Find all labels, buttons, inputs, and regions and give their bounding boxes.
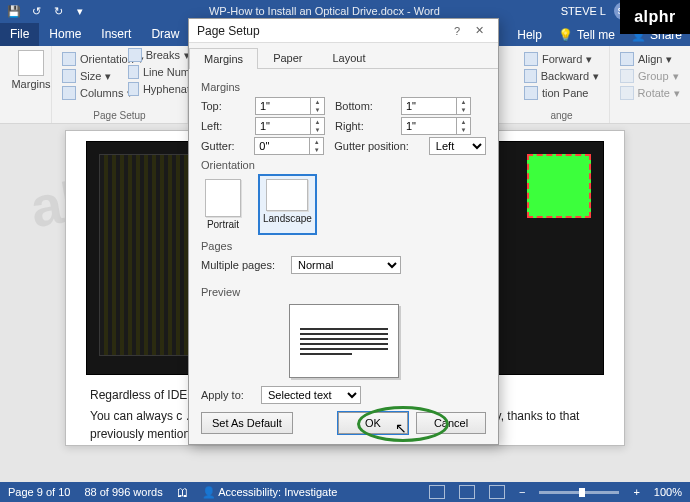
align-menu[interactable]: Align ▾ — [620, 52, 680, 66]
ok-button[interactable]: OK — [338, 412, 408, 434]
arrange-group-label: ange — [520, 108, 603, 121]
tab-draw[interactable]: Draw — [141, 23, 189, 46]
orientation-icon — [62, 52, 76, 66]
rotate-icon — [620, 86, 634, 100]
dialog-tab-layout[interactable]: Layout — [317, 47, 380, 68]
send-backward[interactable]: Backward ▾ — [524, 69, 599, 83]
spinner-down-icon[interactable]: ▼ — [457, 106, 470, 114]
bottom-input[interactable] — [402, 98, 456, 114]
orientation-heading: Orientation — [201, 159, 486, 171]
spinner-up-icon[interactable]: ▲ — [457, 118, 470, 126]
spinner-down-icon[interactable]: ▼ — [311, 126, 324, 134]
group-menu[interactable]: Group ▾ — [620, 69, 680, 83]
zoom-out-icon[interactable]: − — [519, 486, 525, 498]
top-spinner[interactable]: ▲▼ — [255, 97, 325, 115]
document-title: WP-How to Install an Optical Drive.docx … — [88, 5, 561, 17]
dialog-tab-margins[interactable]: Margins — [189, 48, 258, 69]
selection-pane[interactable]: tion Pane — [524, 86, 599, 100]
accessibility-status[interactable]: 👤 Accessibility: Investigate — [202, 486, 338, 499]
user-name: STEVE L — [561, 5, 606, 17]
dialog-tabs: Margins Paper Layout — [189, 43, 498, 69]
left-spinner[interactable]: ▲▼ — [255, 117, 325, 135]
right-input[interactable] — [402, 118, 456, 134]
pane-icon — [524, 86, 538, 100]
tab-insert[interactable]: Insert — [91, 23, 141, 46]
left-label: Left: — [201, 120, 245, 132]
right-label: Right: — [335, 120, 391, 132]
margins-label: Margins — [11, 78, 50, 90]
undo-icon[interactable]: ↺ — [28, 3, 44, 19]
zoom-in-icon[interactable]: + — [633, 486, 639, 498]
hyphenation-menu[interactable]: Hyphenat — [128, 82, 190, 96]
zoom-level[interactable]: 100% — [654, 486, 682, 498]
cancel-button[interactable]: Cancel — [416, 412, 486, 434]
gutter-pos-label: Gutter position: — [334, 140, 419, 152]
brand-overlay: alphr — [620, 0, 690, 34]
bottom-label: Bottom: — [335, 100, 391, 112]
apply-to-select[interactable]: Selected text — [261, 386, 361, 404]
line-numbers-menu[interactable]: Line Num — [128, 65, 190, 79]
preview-heading: Preview — [201, 286, 486, 298]
set-as-default-button[interactable]: Set As Default — [201, 412, 293, 434]
spinner-down-icon[interactable]: ▼ — [457, 126, 470, 134]
view-focus-icon[interactable] — [429, 485, 445, 499]
apply-to-label: Apply to: — [201, 389, 251, 401]
top-input[interactable] — [256, 98, 310, 114]
breaks-icon — [128, 48, 142, 62]
dialog-titlebar[interactable]: Page Setup ? ✕ — [189, 19, 498, 43]
align-icon — [620, 52, 634, 66]
orientation-landscape[interactable]: Landscape — [259, 175, 316, 234]
bring-forward[interactable]: Forward ▾ — [524, 52, 599, 66]
spinner-down-icon[interactable]: ▼ — [311, 106, 324, 114]
bottom-spinner[interactable]: ▲▼ — [401, 97, 471, 115]
page-setup-dialog: Page Setup ? ✕ Margins Paper Layout Marg… — [188, 18, 499, 445]
left-input[interactable] — [256, 118, 310, 134]
top-label: Top: — [201, 100, 245, 112]
multiple-pages-select[interactable]: Normal — [291, 256, 401, 274]
gutter-input[interactable] — [255, 138, 309, 154]
qat-more-icon[interactable]: ▾ — [72, 3, 88, 19]
dialog-help-icon[interactable]: ? — [446, 25, 468, 37]
spinner-up-icon[interactable]: ▲ — [311, 118, 324, 126]
spinner-up-icon[interactable]: ▲ — [311, 98, 324, 106]
backward-icon — [524, 69, 537, 83]
spinner-down-icon[interactable]: ▼ — [310, 146, 323, 154]
zoom-slider[interactable] — [539, 491, 619, 494]
gutter-spinner[interactable]: ▲▼ — [254, 137, 324, 155]
word-count[interactable]: 88 of 996 words — [84, 486, 162, 498]
autosave-icon[interactable]: 💾 — [6, 3, 22, 19]
group-icon — [620, 69, 634, 83]
page-indicator[interactable]: Page 9 of 10 — [8, 486, 70, 498]
hyphen-icon — [128, 82, 139, 96]
forward-icon — [524, 52, 538, 66]
gutter-pos-select[interactable]: Left — [429, 137, 486, 155]
columns-icon — [62, 86, 76, 100]
tab-file[interactable]: File — [0, 23, 39, 46]
page-setup-group-label: Page Setup — [58, 108, 181, 121]
landscape-icon — [266, 179, 308, 211]
dialog-close-icon[interactable]: ✕ — [468, 24, 490, 37]
orientation-portrait[interactable]: Portrait — [201, 175, 245, 234]
view-print-icon[interactable] — [459, 485, 475, 499]
multiple-pages-label: Multiple pages: — [201, 259, 281, 271]
redo-icon[interactable]: ↻ — [50, 3, 66, 19]
portrait-icon — [205, 179, 241, 217]
spinner-up-icon[interactable]: ▲ — [310, 138, 323, 146]
view-web-icon[interactable] — [489, 485, 505, 499]
dialog-tab-paper[interactable]: Paper — [258, 47, 317, 68]
breaks-col: Breaks ▾ Line Num Hyphenat — [124, 46, 194, 98]
size-icon — [62, 69, 76, 83]
rotate-menu[interactable]: Rotate ▾ — [620, 86, 680, 100]
tab-home[interactable]: Home — [39, 23, 91, 46]
help-button[interactable]: Help — [509, 24, 550, 46]
right-spinner[interactable]: ▲▼ — [401, 117, 471, 135]
dialog-title: Page Setup — [197, 24, 446, 38]
tellme-button[interactable]: 💡 Tell me — [550, 24, 623, 46]
breaks-menu[interactable]: Breaks ▾ — [128, 48, 190, 62]
margins-gallery[interactable]: Margins — [6, 50, 56, 90]
portrait-label: Portrait — [207, 219, 239, 230]
landscape-label: Landscape — [263, 213, 312, 224]
proofing-icon[interactable]: 🕮 — [177, 486, 188, 498]
preview-thumbnail — [289, 304, 399, 378]
spinner-up-icon[interactable]: ▲ — [457, 98, 470, 106]
